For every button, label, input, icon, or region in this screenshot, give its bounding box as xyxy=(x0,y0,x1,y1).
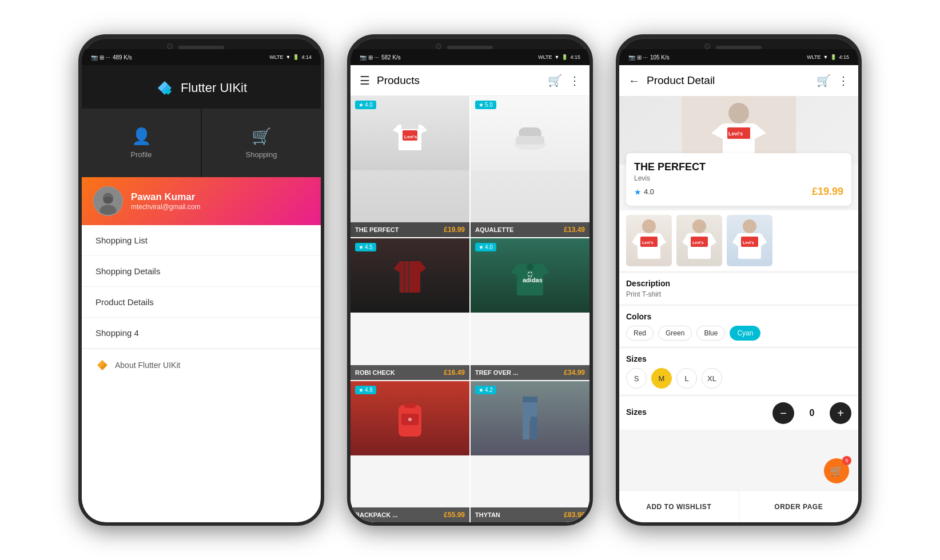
star-icon-4: ★ xyxy=(479,244,484,250)
signal-icon-2: ▼ xyxy=(555,54,560,60)
profile-card: Pawan Kumar mtechviral@gmail.com xyxy=(82,177,321,225)
speaker xyxy=(178,46,224,49)
adidas-hoodie-img: adidas xyxy=(510,253,550,298)
color-cyan[interactable]: Cyan xyxy=(730,326,760,341)
cart-fab-icon: 🛒 xyxy=(830,465,843,477)
phone2-content: ☰ Products 🛒 ⋮ Levi's ★ xyxy=(350,65,590,522)
profile-name: Pawan Kumar xyxy=(131,191,201,203)
aqualette-rating: ★ 5.0 xyxy=(475,101,496,109)
status-left-2: 📷 ⊞ ··· 582 K/s xyxy=(360,54,401,61)
thumbnail-row: Levi's Levi's xyxy=(619,210,858,271)
profile-email: mtechviral@gmail.com xyxy=(131,203,201,211)
phone-3: 📷 ⊞ ··· 105 K/s WLTE ▼ 🔋 4:15 ← Product … xyxy=(616,34,862,526)
svg-marker-23 xyxy=(420,261,426,273)
adidas-price: £34.99 xyxy=(564,369,585,377)
nav-shopping-list[interactable]: Shopping List xyxy=(82,225,321,256)
status-right: WLTE ▼ 🔋 4:14 xyxy=(269,54,312,60)
status-right-2: WLTE ▼ 🔋 4:15 xyxy=(538,54,580,60)
cart-badge: 5 xyxy=(842,456,851,465)
nav-product-details[interactable]: Product Details xyxy=(82,287,321,318)
phone1-content: Flutter UIKit 👤 Profile 🛒 Shopping xyxy=(82,65,321,522)
svg-marker-50 xyxy=(632,233,638,246)
time-3: 4:15 xyxy=(839,54,849,60)
hamburger-icon[interactable]: ☰ xyxy=(360,74,370,87)
time-2: 4:15 xyxy=(570,54,580,60)
wishlist-button[interactable]: ADD TO WISHLIST xyxy=(619,491,739,522)
status-speed-2: 582 K/s xyxy=(381,54,401,61)
status-icons-3: 📷 ⊞ ··· xyxy=(628,54,648,61)
size-xl[interactable]: XL xyxy=(702,368,722,389)
cart-fab-button[interactable]: 🛒 5 xyxy=(824,458,849,483)
svg-text:Levi's: Levi's xyxy=(743,241,754,245)
increase-button[interactable]: + xyxy=(830,402,851,424)
levis-shirt-img: Levi's xyxy=(390,113,430,153)
wlte-badge-3: WLTE xyxy=(807,54,820,60)
bottom-actions: ADD TO WISHLIST ORDER PAGE xyxy=(619,490,858,522)
camera-dot xyxy=(167,43,173,49)
menu-grid: 👤 Profile 🛒 Shopping xyxy=(82,109,321,177)
svg-rect-18 xyxy=(400,261,420,293)
svg-marker-57 xyxy=(711,233,716,246)
colors-label: Colors xyxy=(626,312,851,321)
nav-shopping-details[interactable]: Shopping Details xyxy=(82,256,321,287)
products-grid: Levi's ★ 4.0 THE PERFECT £19.99 xyxy=(350,96,590,522)
battery-icon-3: 🔋 xyxy=(830,54,837,60)
backpack-info: BACKPACK ... £55.99 xyxy=(350,507,469,522)
size-s[interactable]: S xyxy=(626,368,647,389)
product-card-levis[interactable]: Levi's ★ 4.0 THE PERFECT £19.99 xyxy=(350,96,469,237)
colors-section: Colors Red Green Blue Cyan xyxy=(619,306,858,346)
svg-rect-38 xyxy=(523,417,529,439)
color-red[interactable]: Red xyxy=(626,326,654,341)
detail-product-name: THE PERFECT xyxy=(634,161,843,173)
size-m[interactable]: M xyxy=(651,368,672,389)
robi-name: ROBI CHECK xyxy=(355,369,395,376)
svg-point-27 xyxy=(527,263,533,270)
product-card-adidas[interactable]: adidas ★ 4.0 TREF OVER ... £34.99 xyxy=(471,238,590,379)
detail-rating-value: 4.0 xyxy=(644,187,654,196)
about-text: About Flutter UIKit xyxy=(115,361,180,370)
svg-marker-10 xyxy=(393,125,399,133)
signal-icon-3: ▼ xyxy=(823,54,829,60)
product-card-thytan[interactable]: ★ 4.2 THYTAN £83.99 xyxy=(471,381,590,522)
detail-cart-icon[interactable]: 🛒 xyxy=(816,74,831,87)
thytan-jeans-img xyxy=(516,394,544,442)
thytan-info: THYTAN £83.99 xyxy=(471,507,590,522)
svg-rect-12 xyxy=(401,125,419,129)
thumb-1[interactable]: Levi's xyxy=(626,215,672,266)
product-card-aqualette[interactable]: ★ 5.0 AQUALETTE £13.49 xyxy=(471,96,590,237)
cart-icon[interactable]: 🛒 xyxy=(548,74,562,87)
battery-icon-2: 🔋 xyxy=(561,54,568,60)
back-button[interactable]: ← xyxy=(628,74,640,87)
thumb-2[interactable]: Levi's xyxy=(676,215,722,266)
svg-marker-62 xyxy=(732,233,738,246)
product-card-backpack[interactable]: ★ 4.8 BACKPACK ... £55.99 xyxy=(350,381,469,522)
size-l[interactable]: L xyxy=(676,368,697,389)
svg-text:adidas: adidas xyxy=(523,277,543,283)
svg-point-54 xyxy=(692,219,706,233)
aqualette-name: AQUALETTE xyxy=(475,226,513,233)
more-options-icon[interactable]: ⋮ xyxy=(569,74,580,87)
decrease-button[interactable]: − xyxy=(772,402,794,424)
detail-brand: Levis xyxy=(634,174,843,182)
phone3-content: ← Product Detail 🛒 ⋮ Levi's THE PERFECT … xyxy=(619,65,858,522)
color-green[interactable]: Green xyxy=(658,326,692,341)
time: 4:14 xyxy=(301,54,312,60)
avatar xyxy=(93,186,123,216)
nav-shopping-4[interactable]: Shopping 4 xyxy=(82,318,321,349)
products-app-bar: ☰ Products 🛒 ⋮ xyxy=(350,65,590,96)
color-blue[interactable]: Blue xyxy=(696,326,725,341)
backpack-price: £55.99 xyxy=(444,511,465,519)
quantity-section: Sizes − 0 + xyxy=(619,397,858,430)
about-section[interactable]: About Flutter UIKit xyxy=(82,349,321,381)
shopping-menu-item[interactable]: 🛒 Shopping xyxy=(202,109,321,177)
shopping-icon: 🛒 xyxy=(252,127,272,146)
order-button[interactable]: ORDER PAGE xyxy=(739,491,859,522)
spacer xyxy=(619,430,858,490)
thumb-shirt-1: Levi's xyxy=(629,215,669,266)
product-card-robi[interactable]: ★ 4.5 ROBI CHECK £16.49 xyxy=(350,238,469,379)
detail-more-icon[interactable]: ⋮ xyxy=(838,74,849,87)
profile-menu-item[interactable]: 👤 Profile xyxy=(82,109,201,177)
thumb-3[interactable]: Levi's xyxy=(727,215,772,266)
battery-icon: 🔋 xyxy=(293,54,299,60)
color-options: Red Green Blue Cyan xyxy=(626,326,851,341)
